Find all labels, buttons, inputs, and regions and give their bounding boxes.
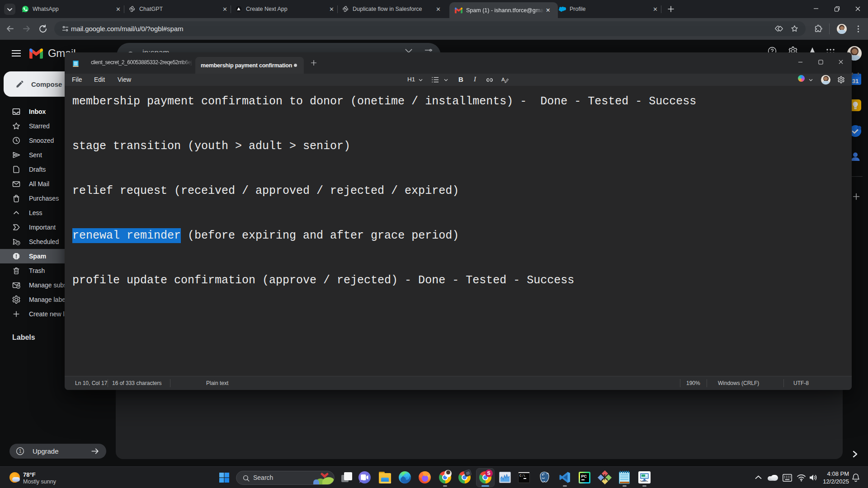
svg-text:A: A [501, 77, 505, 82]
svg-text:1: 1 [19, 449, 22, 454]
svg-text:31: 31 [852, 78, 859, 84]
